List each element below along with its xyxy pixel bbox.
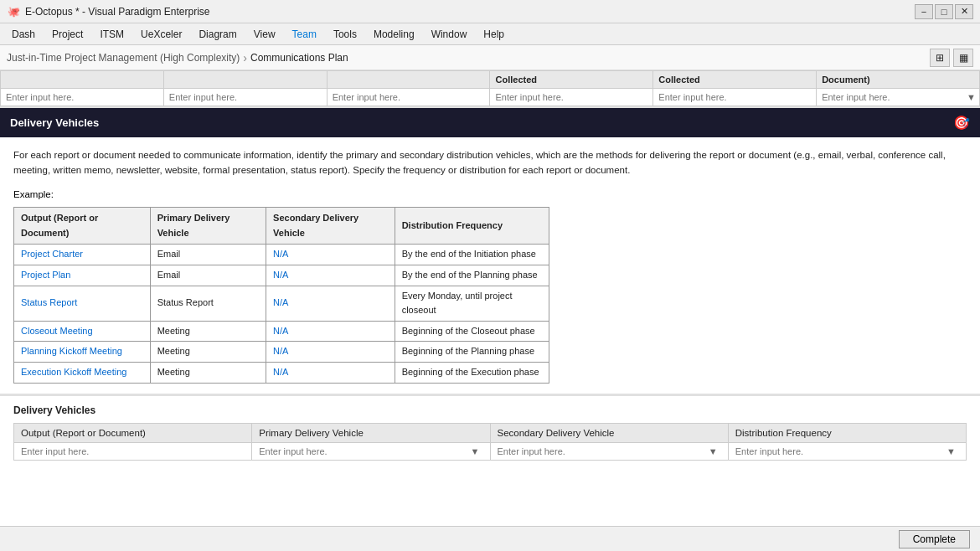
breadcrumb-view-icon[interactable]: ▦ — [953, 49, 973, 67]
example-secondary-cell: N/A — [266, 321, 395, 342]
example-frequency-cell: Beginning of the Closeout phase — [395, 321, 549, 342]
menu-diagram[interactable]: Diagram — [190, 27, 245, 42]
cell-input-1[interactable] — [1, 89, 164, 106]
menu-window[interactable]: Window — [423, 27, 476, 42]
secondary-dropdown-arrow-icon: ▼ — [709, 446, 718, 456]
cell-input-2[interactable] — [163, 89, 327, 106]
delivery-frequency-input[interactable] — [735, 446, 944, 456]
description-area: For each report or document needed to co… — [0, 137, 980, 394]
frequency-dropdown-arrow-icon: ▼ — [946, 446, 956, 456]
breadcrumb-separator: › — [243, 51, 247, 64]
example-secondary-cell: N/A — [266, 342, 395, 363]
cell-input-3[interactable] — [327, 89, 490, 106]
example-primary-cell: Email — [150, 265, 266, 286]
input-field-3[interactable] — [333, 92, 485, 102]
delivery-primary-input[interactable] — [259, 446, 467, 456]
example-col-1: Output (Report or Document) — [14, 208, 151, 245]
example-col-2: Primary Delivery Vehicle — [150, 208, 266, 245]
close-button[interactable]: ✕ — [955, 4, 973, 19]
delivery-col-3: Secondary Delivery Vehicle — [490, 423, 728, 442]
bottom-bar: Complete — [0, 526, 980, 551]
example-output-cell: Execution Kickoff Meeting — [14, 362, 151, 383]
delivery-secondary-input[interactable] — [498, 446, 706, 456]
menu-modeling[interactable]: Modeling — [365, 27, 423, 42]
breadcrumb-bar: Just-in-Time Project Management (High Co… — [0, 45, 980, 70]
delivery-input-output[interactable] — [14, 442, 252, 460]
delivery-input-secondary[interactable]: ▼ — [490, 442, 728, 460]
col-header-1 — [1, 71, 164, 89]
col-header-3 — [327, 71, 490, 89]
delivery-input-table: Output (Report or Document) Primary Deli… — [13, 423, 967, 461]
example-frequency-cell: By the end of the Initiation phase — [395, 245, 549, 265]
table-row: Planning Kickoff MeetingMeetingN/ABeginn… — [14, 342, 549, 363]
delivery-input-row: ▼ ▼ ▼ — [14, 442, 967, 460]
cell-input-6[interactable]: ▼ — [817, 89, 980, 106]
app-title: E-Octopus * - Visual Paradigm Enterprise — [25, 6, 915, 18]
complete-button[interactable]: Complete — [899, 530, 970, 548]
input-field-1[interactable] — [6, 92, 158, 102]
delivery-input-primary[interactable]: ▼ — [252, 442, 490, 460]
table-row: Execution Kickoff MeetingMeetingN/ABegin… — [14, 362, 549, 383]
example-primary-cell: Meeting — [150, 362, 266, 383]
menu-help[interactable]: Help — [475, 27, 513, 42]
example-output-cell: Closeout Meeting — [14, 321, 151, 342]
example-frequency-cell: Every Monday, until project closeout — [395, 286, 549, 321]
title-bar: 🐙 E-Octopus * - Visual Paradigm Enterpri… — [0, 0, 980, 23]
example-output-cell: Project Charter — [14, 245, 151, 265]
breadcrumb-actions: ⊞ ▦ — [930, 49, 973, 67]
menu-uexceler[interactable]: UeXceler — [132, 27, 190, 42]
cell-input-4[interactable] — [490, 89, 653, 106]
menu-itsm[interactable]: ITSM — [91, 27, 132, 42]
example-frequency-cell: By the end of the Planning phase — [395, 265, 549, 286]
example-output-cell: Project Plan — [14, 265, 151, 286]
example-frequency-cell: Beginning of the Planning phase — [395, 342, 549, 363]
delivery-output-input[interactable] — [21, 446, 245, 456]
example-primary-cell: Status Report — [150, 286, 266, 321]
app-icon: 🐙 — [7, 5, 20, 18]
breadcrumb-grid-icon[interactable]: ⊞ — [930, 49, 950, 67]
main-content: Collected Collected Document) ▼ — [0, 70, 980, 526]
menu-tools[interactable]: Tools — [325, 27, 365, 42]
input-field-6[interactable] — [822, 92, 974, 102]
minimize-button[interactable]: − — [915, 4, 933, 19]
delivery-col-1: Output (Report or Document) — [14, 423, 252, 442]
maximize-button[interactable]: □ — [935, 4, 953, 19]
example-primary-cell: Meeting — [150, 321, 266, 342]
input-field-5[interactable] — [658, 92, 811, 102]
example-output-cell: Planning Kickoff Meeting — [14, 342, 151, 363]
delivery-col-4: Distribution Frequency — [728, 423, 966, 442]
input-field-2[interactable] — [169, 92, 322, 102]
menu-dash[interactable]: Dash — [3, 27, 44, 42]
col-header-collected-1: Collected — [490, 71, 653, 89]
col-header-2 — [163, 71, 327, 89]
menu-project[interactable]: Project — [44, 27, 91, 42]
table-row: ▼ — [1, 89, 980, 106]
delivery-input-section: Delivery Vehicles Output (Report or Docu… — [0, 394, 980, 469]
dropdown-arrow-icon: ▼ — [967, 92, 976, 102]
cell-input-5[interactable] — [653, 89, 817, 106]
example-frequency-cell: Beginning of the Execution phase — [395, 362, 549, 383]
description-text: For each report or document needed to co… — [13, 147, 967, 178]
input-field-4[interactable] — [495, 92, 647, 102]
example-primary-cell: Email — [150, 245, 266, 265]
example-output-cell: Status Report — [14, 286, 151, 321]
delivery-vehicles-title: Delivery Vehicles — [10, 116, 99, 129]
delivery-input-title: Delivery Vehicles — [13, 404, 967, 416]
example-secondary-cell: N/A — [266, 265, 395, 286]
example-secondary-cell: N/A — [266, 286, 395, 321]
window-controls: − □ ✕ — [915, 4, 973, 19]
table-row: Closeout MeetingMeetingN/ABeginning of t… — [14, 321, 549, 342]
example-primary-cell: Meeting — [150, 342, 266, 363]
delivery-input-frequency[interactable]: ▼ — [728, 442, 966, 460]
example-col-4: Distribution Frequency — [395, 208, 549, 245]
delivery-vehicles-header: Delivery Vehicles 🎯 — [0, 108, 980, 137]
menu-team[interactable]: Team — [284, 27, 325, 42]
example-secondary-cell: N/A — [266, 362, 395, 383]
example-table: Output (Report or Document) Primary Deli… — [13, 207, 549, 383]
table-row: Project PlanEmailN/ABy the end of the Pl… — [14, 265, 549, 286]
menu-view[interactable]: View — [245, 27, 284, 42]
breadcrumb-project[interactable]: Just-in-Time Project Management (High Co… — [7, 52, 240, 64]
table-row: Project CharterEmailN/ABy the end of the… — [14, 245, 549, 265]
example-label: Example: — [13, 187, 967, 202]
delivery-vehicles-icon: 🎯 — [953, 115, 970, 131]
